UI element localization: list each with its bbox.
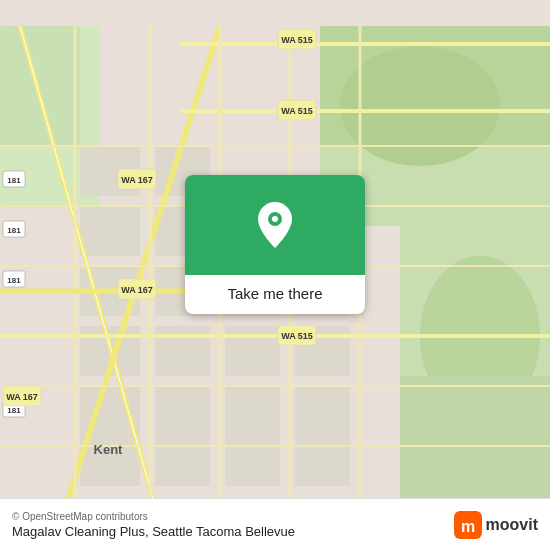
take-me-there-button[interactable]: Take me there xyxy=(185,175,365,314)
bottom-bar: © OpenStreetMap contributors Magalav Cle… xyxy=(0,498,550,550)
moovit-text: moovit xyxy=(486,516,538,534)
svg-rect-30 xyxy=(295,436,350,486)
moovit-logo[interactable]: m moovit xyxy=(454,511,538,539)
svg-text:181: 181 xyxy=(7,276,21,285)
svg-rect-18 xyxy=(155,386,210,436)
svg-text:WA 515: WA 515 xyxy=(281,106,313,116)
svg-text:WA 515: WA 515 xyxy=(281,331,313,341)
location-name: Magalav Cleaning Plus, Seattle Tacoma Be… xyxy=(12,524,454,539)
location-pin-icon xyxy=(255,202,295,248)
svg-rect-5 xyxy=(0,26,80,146)
svg-rect-17 xyxy=(155,326,210,376)
svg-text:WA 515: WA 515 xyxy=(281,35,313,45)
take-me-there-label: Take me there xyxy=(227,285,322,302)
svg-rect-29 xyxy=(225,436,280,486)
svg-text:WA 167: WA 167 xyxy=(6,392,38,402)
svg-text:m: m xyxy=(460,518,474,535)
svg-text:WA 167: WA 167 xyxy=(121,285,153,295)
svg-text:181: 181 xyxy=(7,176,21,185)
svg-rect-21 xyxy=(225,326,280,376)
svg-text:Kent: Kent xyxy=(94,442,124,457)
svg-rect-10 xyxy=(80,206,140,256)
svg-text:181: 181 xyxy=(7,406,21,415)
osm-attribution: © OpenStreetMap contributors xyxy=(12,511,454,522)
svg-text:181: 181 xyxy=(7,226,21,235)
svg-text:WA 167: WA 167 xyxy=(121,175,153,185)
map-container: 181 181 181 181 WA 515 WA 515 WA 515 WA … xyxy=(0,0,550,550)
svg-rect-28 xyxy=(155,436,210,486)
svg-rect-22 xyxy=(225,386,280,436)
svg-point-70 xyxy=(272,216,278,222)
button-green-area xyxy=(185,175,365,275)
svg-rect-26 xyxy=(295,386,350,436)
location-info: © OpenStreetMap contributors Magalav Cle… xyxy=(12,511,454,539)
moovit-logo-icon: m xyxy=(454,511,482,539)
svg-point-3 xyxy=(340,46,500,166)
